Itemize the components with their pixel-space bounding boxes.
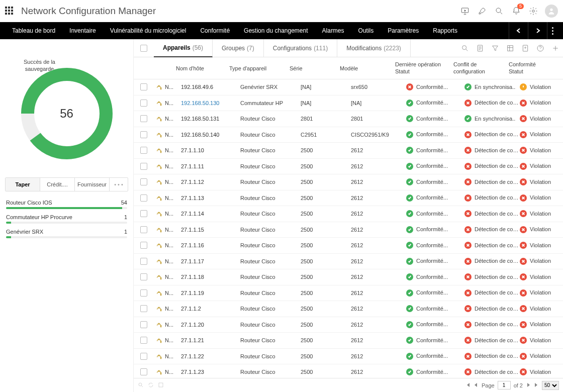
columns-icon[interactable] bbox=[503, 39, 518, 57]
cell-last-op: Conformité... bbox=[406, 178, 464, 185]
col-type[interactable]: Type d'appareil bbox=[229, 65, 290, 71]
table-row[interactable]: N...27.1.1.23Routeur Cisco25002612Confor… bbox=[134, 364, 563, 378]
user-avatar[interactable] bbox=[545, 5, 558, 18]
apps-grid-icon[interactable] bbox=[5, 7, 14, 16]
add-icon[interactable] bbox=[548, 39, 563, 57]
row-checkbox[interactable] bbox=[140, 273, 147, 280]
search-tool-icon[interactable] bbox=[457, 39, 473, 57]
row-checkbox[interactable] bbox=[140, 115, 147, 122]
status-ok-icon bbox=[406, 100, 413, 107]
nav-item-2[interactable]: Vulnérabilité du micrologiciel bbox=[103, 22, 194, 39]
table-row[interactable]: N...192.168.49.6Genévrier SRX[NA]srx650C… bbox=[134, 79, 563, 95]
nav-item-8[interactable]: Rapports bbox=[426, 22, 464, 39]
pager-next-icon[interactable] bbox=[526, 382, 531, 388]
notifications-icon[interactable]: 5 bbox=[511, 6, 522, 17]
nav-item-6[interactable]: Outils bbox=[351, 22, 381, 39]
cell-model: 2612 bbox=[351, 258, 406, 264]
settings-gear-icon[interactable] bbox=[528, 6, 539, 17]
row-checkbox[interactable] bbox=[140, 131, 147, 138]
row-checkbox[interactable] bbox=[140, 242, 147, 249]
table-row[interactable]: N...27.1.1.15Routeur Cisco25002612Confor… bbox=[134, 222, 563, 238]
table-row[interactable]: N...27.1.1.16Routeur Cisco25002612Confor… bbox=[134, 238, 563, 254]
table-row[interactable]: N...27.1.1.10Routeur Cisco25002612Confor… bbox=[134, 143, 563, 159]
nav-item-4[interactable]: Gestion du changement bbox=[237, 22, 315, 39]
row-checkbox[interactable] bbox=[140, 289, 147, 297]
col-serie[interactable]: Série bbox=[290, 65, 340, 71]
nav-item-5[interactable]: Alarmes bbox=[315, 22, 351, 39]
nav-more-icon[interactable] bbox=[547, 22, 558, 39]
pager-page-input[interactable] bbox=[498, 381, 511, 389]
table-row[interactable]: N...27.1.1.2Routeur Cisco25002612Conform… bbox=[134, 301, 563, 317]
col-compliance[interactable]: Conformité Statut bbox=[509, 61, 547, 74]
row-checkbox[interactable] bbox=[140, 178, 147, 185]
svg-rect-14 bbox=[160, 104, 162, 106]
col-model[interactable]: Modèle bbox=[340, 65, 395, 71]
select-all-checkbox[interactable] bbox=[140, 45, 147, 52]
pager-first-icon[interactable] bbox=[465, 382, 471, 388]
pager-last-icon[interactable] bbox=[534, 382, 539, 388]
table-row[interactable]: N...27.1.1.18Routeur Cisco25002612Confor… bbox=[134, 269, 563, 285]
svg-rect-24 bbox=[160, 182, 162, 184]
table-row[interactable]: N...192.168.50.130Commutateur HP[NA][NA]… bbox=[134, 95, 563, 112]
table-row[interactable]: N...27.1.1.21Routeur Cisco25002612Confor… bbox=[134, 333, 563, 349]
row-checkbox[interactable] bbox=[140, 321, 147, 328]
table-row[interactable]: N...27.1.1.13Routeur Cisco25002612Confor… bbox=[134, 190, 563, 207]
svg-point-2 bbox=[532, 10, 535, 12]
table-row[interactable]: N...192.168.50.131Routeur Cisco28012801C… bbox=[134, 111, 563, 127]
row-checkbox[interactable] bbox=[140, 258, 147, 265]
table-row[interactable]: N...192.168.50.140Routeur CiscoC2951CISC… bbox=[134, 127, 563, 143]
row-checkbox[interactable] bbox=[140, 100, 147, 107]
sidebar-tab-more[interactable]: • • • bbox=[110, 178, 128, 191]
pager-prev-icon[interactable] bbox=[474, 382, 479, 388]
help-icon[interactable] bbox=[533, 39, 548, 57]
export-icon[interactable] bbox=[518, 39, 533, 57]
footer-refresh-icon[interactable] bbox=[148, 382, 154, 389]
row-checkbox[interactable] bbox=[140, 368, 147, 375]
search-icon[interactable] bbox=[494, 6, 505, 17]
table-row[interactable]: N...27.1.1.14Routeur Cisco25002612Confor… bbox=[134, 206, 563, 222]
row-checkbox[interactable] bbox=[140, 226, 147, 233]
table-row[interactable]: N...27.1.1.20Routeur Cisco25002612Confor… bbox=[134, 317, 563, 333]
table-row[interactable]: N...27.1.1.19Routeur Cisco25002612Confor… bbox=[134, 285, 563, 302]
presentation-icon[interactable] bbox=[459, 6, 471, 17]
table-row[interactable]: N...27.1.1.11Routeur Cisco25002612Confor… bbox=[134, 159, 563, 175]
nav-item-0[interactable]: Tableau de bord bbox=[5, 22, 62, 39]
data-tab-1[interactable]: Groupes (7) bbox=[213, 39, 264, 57]
sidebar-tab-1[interactable]: Crédit.... bbox=[40, 178, 75, 191]
data-tab-0[interactable]: Appareils (56) bbox=[154, 39, 213, 57]
pdf-export-icon[interactable] bbox=[473, 39, 488, 57]
data-tab-3[interactable]: Modifications (2223) bbox=[337, 39, 411, 57]
table-row[interactable]: N...27.1.1.17Routeur Cisco25002612Confor… bbox=[134, 254, 563, 270]
row-checkbox[interactable] bbox=[140, 210, 147, 217]
cell-ip[interactable]: 192.168.50.130 bbox=[181, 100, 219, 106]
row-checkbox[interactable] bbox=[140, 305, 147, 312]
nav-item-3[interactable]: Conformité bbox=[193, 22, 237, 39]
cell-type: Routeur Cisco bbox=[240, 274, 301, 280]
rocket-icon[interactable] bbox=[477, 6, 488, 17]
pager-size-select[interactable]: 50 bbox=[542, 381, 559, 390]
col-hostname[interactable]: Nom d'hôte bbox=[154, 65, 229, 71]
footer-fullscreen-icon[interactable] bbox=[158, 382, 164, 389]
legend-label: Genévrier SRX bbox=[6, 229, 43, 235]
data-tab-2[interactable]: Configurations (111) bbox=[264, 39, 337, 57]
row-checkbox[interactable] bbox=[140, 163, 147, 170]
row-checkbox[interactable] bbox=[140, 337, 147, 344]
nav-item-1[interactable]: Inventaire bbox=[62, 22, 103, 39]
col-config-conflict[interactable]: Conflit de configuration bbox=[453, 61, 509, 74]
row-checkbox[interactable] bbox=[140, 147, 147, 154]
nav-next-icon[interactable] bbox=[528, 22, 547, 39]
table-row[interactable]: N...27.1.1.22Routeur Cisco25002612Confor… bbox=[134, 349, 563, 365]
nav-prev-icon[interactable] bbox=[509, 22, 528, 39]
footer-search-icon[interactable] bbox=[138, 382, 144, 389]
row-checkbox[interactable] bbox=[140, 83, 147, 90]
cell-serie: 2500 bbox=[301, 258, 351, 264]
row-checkbox[interactable] bbox=[140, 353, 147, 360]
table-row[interactable]: N...27.1.1.12Routeur Cisco25002612Confor… bbox=[134, 174, 563, 190]
row-checkbox[interactable] bbox=[140, 194, 147, 202]
sidebar-tab-2[interactable]: Fournisseur bbox=[75, 178, 110, 191]
nav-item-7[interactable]: Paramètres bbox=[381, 22, 426, 39]
sidebar-tab-0[interactable]: Taper bbox=[6, 178, 40, 191]
col-last-op[interactable]: Dernière opération Statut bbox=[395, 61, 453, 74]
cell-compliance: Violation bbox=[520, 226, 558, 233]
filter-icon[interactable] bbox=[488, 39, 503, 57]
